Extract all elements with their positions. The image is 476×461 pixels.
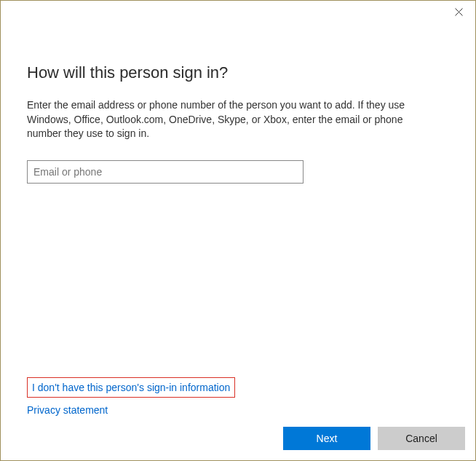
next-button[interactable]: Next (283, 427, 370, 450)
titlebar (1, 1, 475, 24)
no-signin-info-link[interactable]: I don't have this person's sign-in infor… (32, 382, 230, 393)
add-user-dialog: How will this person sign in? Enter the … (0, 0, 476, 461)
email-or-phone-input[interactable] (27, 160, 304, 184)
dialog-links: I don't have this person's sign-in infor… (27, 377, 449, 417)
dialog-buttons: Next Cancel (1, 427, 475, 460)
dialog-content: How will this person sign in? Enter the … (1, 24, 475, 427)
close-icon (455, 8, 463, 16)
highlighted-link-box: I don't have this person's sign-in infor… (27, 377, 235, 398)
close-button[interactable] (442, 1, 475, 23)
dialog-heading: How will this person sign in? (27, 63, 449, 82)
privacy-statement-link[interactable]: Privacy statement (27, 404, 108, 416)
cancel-button[interactable]: Cancel (378, 427, 465, 450)
dialog-description: Enter the email address or phone number … (27, 98, 435, 141)
